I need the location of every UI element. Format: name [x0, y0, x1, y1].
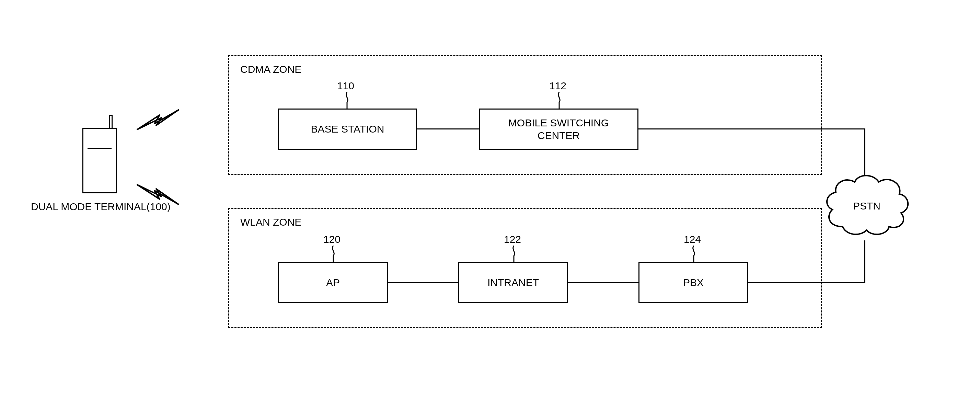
pbx-ref: 124 — [684, 234, 701, 245]
diagram-canvas: DUAL MODE TERMINAL(100) CDMA ZONE 110 BA… — [0, 0, 980, 397]
ap-node: AP — [278, 262, 388, 303]
pbx-node: PBX — [638, 262, 748, 303]
wlan-zone-title: WLAN ZONE — [240, 216, 301, 228]
leader-line — [555, 92, 563, 108]
connector-line — [417, 128, 479, 129]
msc-node: MOBILE SWITCHING CENTER — [479, 108, 638, 150]
connector-line — [748, 282, 865, 283]
connector-line — [388, 282, 458, 283]
intranet-label: INTRANET — [487, 276, 539, 289]
wireless-link-icon — [135, 108, 180, 139]
leader-line — [510, 246, 518, 262]
wireless-link-icon — [135, 175, 180, 206]
phone-icon — [83, 115, 120, 194]
base-station-label: BASE STATION — [311, 123, 385, 136]
base-station-ref: 110 — [337, 80, 354, 92]
msc-ref: 112 — [549, 80, 566, 92]
intranet-ref: 122 — [504, 234, 521, 245]
cdma-zone-title: CDMA ZONE — [240, 64, 301, 75]
msc-label: MOBILE SWITCHING CENTER — [508, 116, 609, 142]
leader-line — [343, 92, 351, 108]
pbx-label: PBX — [683, 276, 704, 289]
pstn-cloud: PSTN — [822, 165, 912, 247]
intranet-node: INTRANET — [458, 262, 568, 303]
connector-line — [568, 282, 638, 283]
base-station-node: BASE STATION — [278, 108, 417, 150]
leader-line — [690, 246, 697, 262]
ap-ref: 120 — [323, 234, 340, 245]
connector-line — [638, 128, 865, 129]
pstn-label: PSTN — [853, 200, 880, 212]
leader-line — [329, 246, 337, 262]
ap-label: AP — [326, 276, 340, 289]
